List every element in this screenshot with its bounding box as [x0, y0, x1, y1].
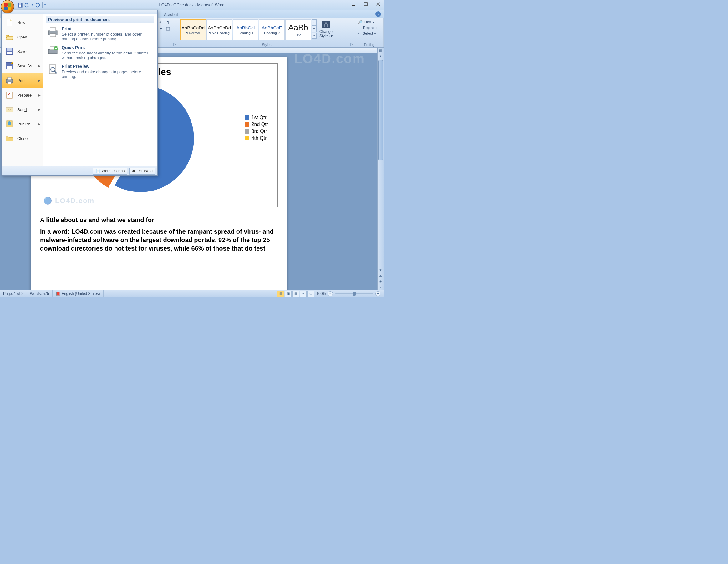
office-menu-right: Preview and print the document PrintSele… — [43, 14, 157, 166]
legend-swatch — [245, 129, 249, 134]
menu-publish[interactable]: Publish▶ — [2, 117, 43, 131]
menu-prepare[interactable]: Prepare▶ — [2, 88, 43, 102]
borders-icon[interactable] — [165, 26, 171, 32]
status-language[interactable]: 📕English (United States) — [53, 290, 104, 297]
zoom-slider[interactable] — [335, 293, 373, 294]
legend-swatch — [245, 122, 249, 127]
scroll-thumb[interactable] — [378, 60, 383, 160]
shading-icon[interactable]: ▾ — [158, 26, 164, 32]
zoom-in-button[interactable]: + — [375, 291, 380, 296]
office-button[interactable] — [1, 0, 14, 13]
svg-rect-8 — [7, 19, 12, 26]
style---no-spacing[interactable]: AaBbCcDd¶ No Spacing — [206, 19, 232, 40]
style-title[interactable]: AaBbTitle — [285, 19, 311, 40]
chevron-right-icon: ▶ — [38, 79, 41, 82]
draft-view-icon[interactable]: ▭ — [307, 291, 314, 297]
styles-launcher[interactable]: ↘ — [350, 43, 354, 46]
styles-scroll-up[interactable]: ▲ — [312, 19, 317, 26]
print-layout-view-icon[interactable]: ▤ — [277, 291, 284, 297]
style---normal[interactable]: AaBbCcDd¶ Normal — [180, 19, 206, 40]
document-paragraph: In a word: LO4D.com was created because … — [40, 227, 278, 253]
svg-rect-11 — [7, 48, 12, 51]
exit-word-button[interactable]: ✖Exit Word — [129, 168, 155, 175]
select-button[interactable]: ▭Select ▾ — [358, 31, 381, 36]
sort-icon[interactable]: A↓ — [158, 19, 164, 25]
submenu-print[interactable]: PrintSelect a printer, number of copies,… — [46, 24, 154, 43]
browse-object-icon[interactable]: ◉ — [378, 278, 384, 284]
menu-close[interactable]: Close — [2, 131, 43, 145]
menu-new[interactable]: New — [2, 15, 43, 30]
office-logo-icon — [4, 3, 11, 10]
globe-icon — [5, 119, 14, 129]
svg-rect-1 — [19, 5, 21, 7]
undo-icon[interactable] — [24, 2, 30, 8]
show-marks-icon[interactable]: ¶ — [165, 19, 171, 25]
redo-icon[interactable] — [35, 2, 40, 8]
help-icon[interactable]: ? — [375, 11, 381, 17]
style-heading-1[interactable]: AaBbCcIHeading 1 — [233, 19, 258, 40]
zoom-level[interactable]: 100% — [316, 292, 326, 296]
exit-icon: ✖ — [132, 169, 135, 173]
folder-open-icon — [5, 32, 14, 42]
chevron-right-icon: ▶ — [38, 122, 41, 126]
menu-send[interactable]: Send▶ — [2, 102, 43, 117]
menu-save-as[interactable]: Save As▶ — [2, 58, 43, 73]
style-heading-2[interactable]: AaBbCcEHeading 2 — [259, 19, 285, 40]
options-icon: 📄 — [96, 169, 100, 173]
prev-page-icon[interactable]: ⏶ — [378, 273, 384, 278]
status-words[interactable]: Words: 575 — [27, 290, 53, 297]
chart-legend: 1st Qtr2nd Qtr3rd Qtr4th Qtr — [245, 114, 268, 142]
chevron-right-icon: ▶ — [38, 64, 41, 68]
document-heading: A little about us and what we stand for — [40, 216, 278, 224]
legend-swatch — [245, 136, 249, 140]
tab-acrobat[interactable]: Acrobat — [160, 11, 182, 18]
printer-go-icon — [47, 45, 59, 56]
disk-icon — [5, 47, 14, 56]
watermark: LO4D.com — [294, 53, 365, 66]
change-styles-button[interactable]: 🅰Change Styles ▾ — [317, 19, 335, 39]
vertical-scrollbar[interactable]: ▦▲ ▼ ⏶ ◉ ⏷ — [377, 48, 384, 290]
ruler-toggle-icon[interactable]: ▦ — [378, 48, 384, 53]
qat-customize-icon[interactable]: ▾ — [44, 3, 46, 6]
title-bar: ▼ ▾ LO4D - Office.docx - Microsoft Word — [0, 0, 384, 10]
svg-rect-2 — [19, 3, 21, 5]
paragraph-launcher[interactable]: ↘ — [173, 43, 177, 46]
office-menu-panel-header: Preview and print the document — [46, 16, 154, 23]
chevron-right-icon: ▶ — [38, 108, 41, 111]
office-menu-left: NewOpenSaveSave As▶Print▶Prepare▶Send▶Pu… — [2, 14, 43, 166]
next-page-icon[interactable]: ⏷ — [378, 284, 384, 290]
save-icon[interactable] — [17, 2, 23, 8]
mail-icon — [5, 105, 14, 114]
zoom-out-button[interactable]: − — [328, 291, 333, 296]
scroll-down-icon[interactable]: ▼ — [378, 267, 384, 273]
legend-swatch — [245, 115, 249, 120]
svg-rect-16 — [8, 82, 11, 84]
submenu-quick-print[interactable]: Quick PrintSend the document directly to… — [46, 43, 154, 62]
undo-dropdown-icon[interactable]: ▼ — [31, 3, 33, 6]
menu-save[interactable]: Save — [2, 44, 43, 58]
svg-rect-23 — [50, 34, 56, 37]
watermark: 🔵 LO4D.com — [43, 197, 94, 205]
status-page[interactable]: Page: 1 of 2 — [0, 290, 27, 297]
scroll-up-icon[interactable]: ▲ — [378, 53, 384, 59]
full-screen-view-icon[interactable]: ▣ — [285, 291, 292, 297]
web-layout-view-icon[interactable]: ▦ — [292, 291, 299, 297]
minimize-button[interactable] — [350, 1, 357, 7]
styles-expand[interactable]: ▾ — [312, 33, 317, 39]
word-options-button[interactable]: 📄Word Options — [93, 168, 127, 175]
submenu-print-preview[interactable]: Print PreviewPreview and make changes to… — [46, 62, 154, 81]
menu-open[interactable]: Open — [2, 30, 43, 44]
outline-view-icon[interactable]: ≡ — [300, 291, 307, 297]
spellcheck-icon: 📕 — [56, 292, 60, 296]
menu-print[interactable]: Print▶ — [2, 73, 43, 88]
styles-group-label: Styles — [178, 43, 355, 47]
paragraph-group: A↓ ¶ ▾ ↘ — [156, 18, 178, 47]
replace-button[interactable]: ↔Replace — [358, 25, 381, 31]
status-bar: Page: 1 of 2 Words: 575 📕English (United… — [0, 290, 384, 297]
legend-item: 2nd Qtr — [245, 122, 268, 127]
find-button[interactable]: 🔎Find ▾ — [358, 19, 381, 25]
styles-scroll-down[interactable]: ▼ — [312, 26, 317, 32]
replace-icon: ↔ — [358, 26, 362, 30]
maximize-button[interactable] — [362, 1, 369, 7]
close-button[interactable] — [375, 1, 382, 7]
